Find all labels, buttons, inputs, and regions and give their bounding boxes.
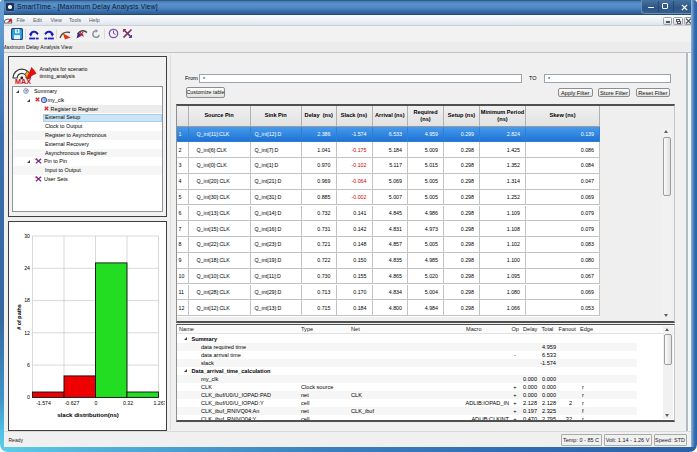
svg-text:12: 12 [24,330,30,336]
svg-text:6: 6 [27,362,30,368]
svg-text:-0.627: -0.627 [64,400,79,406]
svg-text:# of paths: # of paths [16,304,22,329]
svg-text:0.32: 0.32 [122,400,132,406]
svg-text:24: 24 [24,265,30,271]
svg-text:-1.574: -1.574 [36,400,51,406]
svg-text:0: 0 [27,394,30,400]
svg-text:1.267: 1.267 [153,400,164,406]
svg-text:18: 18 [24,297,30,303]
svg-text:MAX: MAX [15,77,31,85]
svg-text:30: 30 [24,233,30,239]
svg-text:0: 0 [94,400,97,406]
svg-text:slack distribution(ns): slack distribution(ns) [57,411,119,418]
